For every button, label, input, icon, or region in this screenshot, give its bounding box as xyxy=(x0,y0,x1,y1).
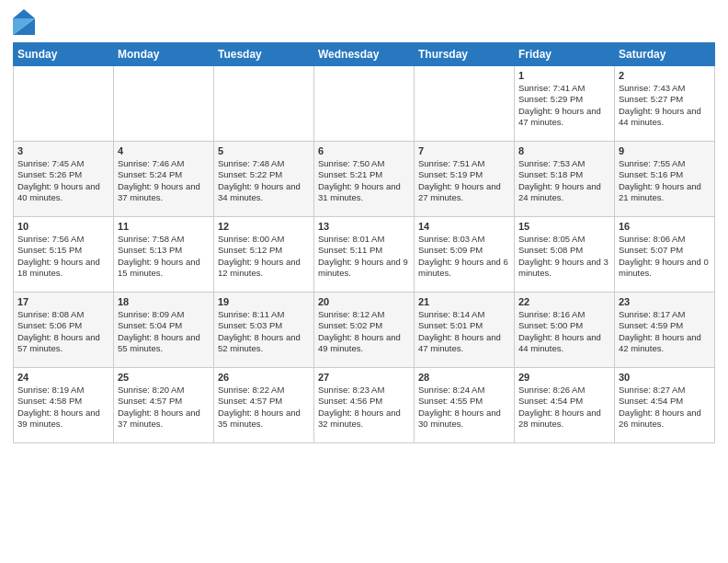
day-info-line: Sunset: 5:29 PM xyxy=(518,94,610,105)
calendar-cell: 12Sunrise: 8:00 AMSunset: 5:12 PMDayligh… xyxy=(214,217,314,293)
day-info-line: Sunset: 4:54 PM xyxy=(619,396,711,407)
day-info-line: Sunset: 4:57 PM xyxy=(118,396,210,407)
day-info-line: Sunset: 5:08 PM xyxy=(518,245,610,256)
calendar-cell: 13Sunrise: 8:01 AMSunset: 5:11 PMDayligh… xyxy=(314,217,415,293)
day-info-line: Sunset: 5:01 PM xyxy=(418,320,510,331)
day-info-line: Daylight: 8 hours and 49 minutes. xyxy=(318,332,410,355)
calendar-cell: 29Sunrise: 8:26 AMSunset: 4:54 PMDayligh… xyxy=(515,368,615,443)
calendar-header-monday: Monday xyxy=(114,43,214,66)
day-info-line: Daylight: 8 hours and 30 minutes. xyxy=(418,408,510,431)
day-number: 3 xyxy=(17,145,109,156)
day-info-line: Sunset: 5:16 PM xyxy=(619,169,711,180)
calendar-cell xyxy=(314,66,415,142)
day-info-line: Sunrise: 7:56 AM xyxy=(17,234,109,245)
calendar-cell: 16Sunrise: 8:06 AMSunset: 5:07 PMDayligh… xyxy=(615,217,715,293)
day-info-line: Daylight: 8 hours and 37 minutes. xyxy=(118,408,210,431)
calendar-cell: 22Sunrise: 8:16 AMSunset: 5:00 PMDayligh… xyxy=(515,293,615,368)
day-info-line: Sunset: 5:02 PM xyxy=(318,320,410,331)
day-info-line: Sunrise: 7:45 AM xyxy=(17,158,109,169)
calendar-cell: 24Sunrise: 8:19 AMSunset: 4:58 PMDayligh… xyxy=(14,368,114,443)
day-info-line: Daylight: 9 hours and 9 minutes. xyxy=(318,257,410,280)
day-info-line: Sunrise: 8:27 AM xyxy=(619,385,711,396)
day-number: 27 xyxy=(318,372,410,383)
day-info-line: Daylight: 9 hours and 24 minutes. xyxy=(518,181,610,204)
calendar-header-row: SundayMondayTuesdayWednesdayThursdayFrid… xyxy=(14,43,715,66)
calendar-cell: 18Sunrise: 8:09 AMSunset: 5:04 PMDayligh… xyxy=(114,293,214,368)
calendar-cell: 9Sunrise: 7:55 AMSunset: 5:16 PMDaylight… xyxy=(615,142,715,217)
day-number: 22 xyxy=(518,296,610,307)
day-info-line: Sunrise: 8:09 AM xyxy=(118,309,210,320)
day-number: 30 xyxy=(619,372,711,383)
day-info-line: Sunset: 5:09 PM xyxy=(418,245,510,256)
calendar-cell: 8Sunrise: 7:53 AMSunset: 5:18 PMDaylight… xyxy=(515,142,615,217)
calendar-cell: 3Sunrise: 7:45 AMSunset: 5:26 PMDaylight… xyxy=(14,142,114,217)
day-number: 13 xyxy=(318,221,410,232)
day-info-line: Sunrise: 8:19 AM xyxy=(17,385,109,396)
day-number: 20 xyxy=(318,296,410,307)
day-info-line: Sunset: 5:21 PM xyxy=(318,169,410,180)
day-info-line: Sunrise: 8:16 AM xyxy=(518,309,610,320)
day-info-line: Sunset: 5:07 PM xyxy=(619,245,711,256)
day-info-line: Sunrise: 7:55 AM xyxy=(619,158,711,169)
day-number: 14 xyxy=(418,221,510,232)
day-info-line: Daylight: 9 hours and 40 minutes. xyxy=(17,181,109,204)
calendar-cell: 27Sunrise: 8:23 AMSunset: 4:56 PMDayligh… xyxy=(314,368,415,443)
calendar-week-row: 3Sunrise: 7:45 AMSunset: 5:26 PMDaylight… xyxy=(14,142,715,217)
day-info-line: Sunrise: 8:03 AM xyxy=(418,234,510,245)
day-info-line: Sunrise: 8:14 AM xyxy=(418,309,510,320)
day-info-line: Sunrise: 8:20 AM xyxy=(118,385,210,396)
day-info-line: Daylight: 9 hours and 18 minutes. xyxy=(17,257,109,280)
day-info-line: Daylight: 9 hours and 6 minutes. xyxy=(418,257,510,280)
day-info-line: Sunset: 4:59 PM xyxy=(619,320,711,331)
svg-marker-2 xyxy=(13,9,35,18)
day-info-line: Sunrise: 7:58 AM xyxy=(118,234,210,245)
day-info-line: Daylight: 8 hours and 39 minutes. xyxy=(17,408,109,431)
calendar-cell: 26Sunrise: 8:22 AMSunset: 4:57 PMDayligh… xyxy=(214,368,314,443)
calendar-week-row: 10Sunrise: 7:56 AMSunset: 5:15 PMDayligh… xyxy=(14,217,715,293)
day-number: 23 xyxy=(619,296,711,307)
day-info-line: Daylight: 9 hours and 34 minutes. xyxy=(218,181,310,204)
calendar-cell xyxy=(214,66,314,142)
calendar-header-saturday: Saturday xyxy=(615,43,715,66)
day-info-line: Sunrise: 8:12 AM xyxy=(318,309,410,320)
calendar-header-tuesday: Tuesday xyxy=(214,43,314,66)
day-info-line: Daylight: 9 hours and 27 minutes. xyxy=(418,181,510,204)
day-number: 12 xyxy=(218,221,310,232)
calendar-cell: 10Sunrise: 7:56 AMSunset: 5:15 PMDayligh… xyxy=(14,217,114,293)
page-container: SundayMondayTuesdayWednesdayThursdayFrid… xyxy=(0,0,728,451)
day-number: 24 xyxy=(17,372,109,383)
day-number: 9 xyxy=(619,145,711,156)
day-info-line: Sunrise: 8:22 AM xyxy=(218,385,310,396)
day-info-line: Sunrise: 8:05 AM xyxy=(518,234,610,245)
day-info-line: Daylight: 9 hours and 31 minutes. xyxy=(318,181,410,204)
calendar-header-sunday: Sunday xyxy=(14,43,114,66)
day-info-line: Sunset: 5:22 PM xyxy=(218,169,310,180)
day-info-line: Daylight: 8 hours and 55 minutes. xyxy=(118,332,210,355)
day-number: 10 xyxy=(17,221,109,232)
day-info-line: Sunrise: 8:24 AM xyxy=(418,385,510,396)
day-info-line: Daylight: 9 hours and 12 minutes. xyxy=(218,257,310,280)
day-info-line: Daylight: 8 hours and 42 minutes. xyxy=(619,332,711,355)
logo xyxy=(13,9,39,35)
calendar-cell: 21Sunrise: 8:14 AMSunset: 5:01 PMDayligh… xyxy=(415,293,515,368)
day-info-line: Sunset: 5:03 PM xyxy=(218,320,310,331)
day-number: 17 xyxy=(17,296,109,307)
day-number: 5 xyxy=(218,145,310,156)
day-info-line: Daylight: 8 hours and 32 minutes. xyxy=(318,408,410,431)
day-number: 11 xyxy=(118,221,210,232)
day-number: 19 xyxy=(218,296,310,307)
day-info-line: Sunset: 5:04 PM xyxy=(118,320,210,331)
day-info-line: Daylight: 8 hours and 35 minutes. xyxy=(218,408,310,431)
day-info-line: Sunrise: 7:48 AM xyxy=(218,158,310,169)
page-header xyxy=(13,9,715,35)
day-info-line: Sunset: 4:54 PM xyxy=(518,396,610,407)
calendar-cell: 20Sunrise: 8:12 AMSunset: 5:02 PMDayligh… xyxy=(314,293,415,368)
day-info-line: Sunset: 5:15 PM xyxy=(17,245,109,256)
day-number: 1 xyxy=(518,70,610,81)
calendar-header-wednesday: Wednesday xyxy=(314,43,415,66)
calendar-cell: 19Sunrise: 8:11 AMSunset: 5:03 PMDayligh… xyxy=(214,293,314,368)
calendar-header-thursday: Thursday xyxy=(415,43,515,66)
calendar-cell: 14Sunrise: 8:03 AMSunset: 5:09 PMDayligh… xyxy=(415,217,515,293)
day-info-line: Daylight: 9 hours and 21 minutes. xyxy=(619,181,711,204)
calendar-cell: 4Sunrise: 7:46 AMSunset: 5:24 PMDaylight… xyxy=(114,142,214,217)
